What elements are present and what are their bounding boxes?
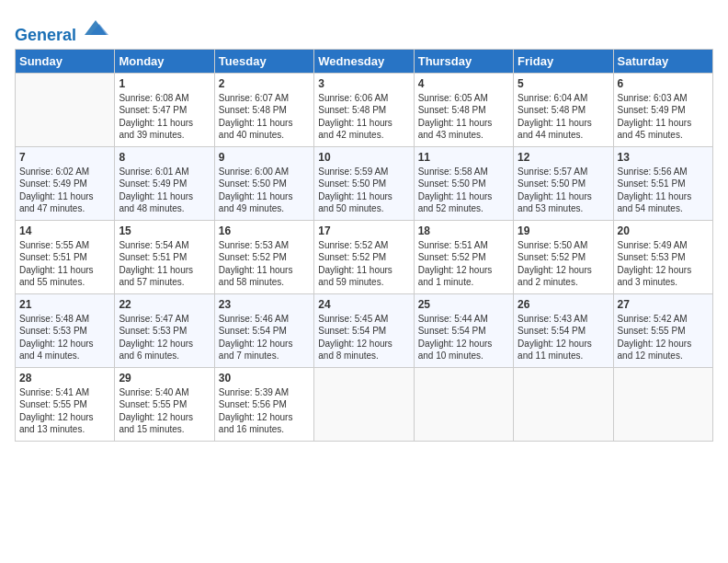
day-number: 7 xyxy=(19,151,110,164)
day-info: Sunrise: 5:41 AM Sunset: 5:55 PM Dayligh… xyxy=(19,386,110,436)
day-number: 29 xyxy=(119,372,210,385)
day-cell: 1Sunrise: 6:08 AM Sunset: 5:47 PM Daylig… xyxy=(115,73,214,146)
day-cell: 14Sunrise: 5:55 AM Sunset: 5:51 PM Dayli… xyxy=(16,220,115,293)
day-number: 12 xyxy=(518,151,609,164)
day-number: 28 xyxy=(19,372,110,385)
day-cell: 7Sunrise: 6:02 AM Sunset: 5:49 PM Daylig… xyxy=(16,146,115,220)
day-cell xyxy=(613,367,712,441)
page-header: General xyxy=(15,15,713,45)
day-cell: 28Sunrise: 5:41 AM Sunset: 5:55 PM Dayli… xyxy=(16,367,115,441)
day-info: Sunrise: 6:00 AM Sunset: 5:50 PM Dayligh… xyxy=(219,166,310,215)
day-number: 9 xyxy=(219,151,310,164)
day-number: 6 xyxy=(618,77,709,90)
day-number: 24 xyxy=(318,298,409,311)
day-cell: 4Sunrise: 6:05 AM Sunset: 5:48 PM Daylig… xyxy=(414,73,513,146)
day-info: Sunrise: 6:07 AM Sunset: 5:48 PM Dayligh… xyxy=(219,92,310,142)
day-number: 18 xyxy=(418,224,509,237)
day-cell: 2Sunrise: 6:07 AM Sunset: 5:48 PM Daylig… xyxy=(214,73,313,146)
day-number: 4 xyxy=(418,77,509,90)
day-info: Sunrise: 6:08 AM Sunset: 5:47 PM Dayligh… xyxy=(119,92,210,142)
day-info: Sunrise: 6:02 AM Sunset: 5:49 PM Dayligh… xyxy=(19,166,110,215)
day-cell: 12Sunrise: 5:57 AM Sunset: 5:50 PM Dayli… xyxy=(514,146,613,220)
day-info: Sunrise: 5:55 AM Sunset: 5:51 PM Dayligh… xyxy=(19,239,110,289)
day-number: 23 xyxy=(219,298,310,311)
logo-general: General xyxy=(15,26,76,44)
week-row-1: 1Sunrise: 6:08 AM Sunset: 5:47 PM Daylig… xyxy=(16,73,713,146)
day-number: 1 xyxy=(119,77,210,90)
day-info: Sunrise: 6:01 AM Sunset: 5:49 PM Dayligh… xyxy=(119,166,210,215)
day-number: 15 xyxy=(119,224,210,237)
day-info: Sunrise: 5:47 AM Sunset: 5:53 PM Dayligh… xyxy=(119,313,210,362)
col-header-saturday: Saturday xyxy=(613,49,712,73)
day-number: 27 xyxy=(618,298,709,311)
day-number: 19 xyxy=(518,224,609,237)
day-number: 11 xyxy=(418,151,509,164)
col-header-sunday: Sunday xyxy=(16,49,115,73)
day-number: 8 xyxy=(119,151,210,164)
week-row-4: 21Sunrise: 5:48 AM Sunset: 5:53 PM Dayli… xyxy=(16,293,713,367)
day-number: 22 xyxy=(119,298,210,311)
day-cell: 16Sunrise: 5:53 AM Sunset: 5:52 PM Dayli… xyxy=(214,220,313,293)
day-number: 25 xyxy=(418,298,509,311)
day-info: Sunrise: 5:58 AM Sunset: 5:50 PM Dayligh… xyxy=(418,166,509,215)
day-number: 17 xyxy=(318,224,409,237)
day-info: Sunrise: 5:52 AM Sunset: 5:52 PM Dayligh… xyxy=(318,239,409,289)
day-cell: 24Sunrise: 5:45 AM Sunset: 5:54 PM Dayli… xyxy=(314,293,414,367)
day-cell: 13Sunrise: 5:56 AM Sunset: 5:51 PM Dayli… xyxy=(613,146,712,220)
logo: General xyxy=(15,15,108,45)
day-cell: 8Sunrise: 6:01 AM Sunset: 5:49 PM Daylig… xyxy=(115,146,214,220)
day-info: Sunrise: 5:44 AM Sunset: 5:54 PM Dayligh… xyxy=(418,313,509,362)
day-number: 26 xyxy=(518,298,609,311)
day-info: Sunrise: 5:57 AM Sunset: 5:50 PM Dayligh… xyxy=(518,166,609,215)
week-row-3: 14Sunrise: 5:55 AM Sunset: 5:51 PM Dayli… xyxy=(16,220,713,293)
day-cell: 23Sunrise: 5:46 AM Sunset: 5:54 PM Dayli… xyxy=(214,293,313,367)
day-cell: 11Sunrise: 5:58 AM Sunset: 5:50 PM Dayli… xyxy=(414,146,513,220)
day-number: 5 xyxy=(518,77,609,90)
day-number: 14 xyxy=(19,224,110,237)
logo-icon xyxy=(83,15,108,40)
col-header-thursday: Thursday xyxy=(414,49,513,73)
day-cell: 22Sunrise: 5:47 AM Sunset: 5:53 PM Dayli… xyxy=(115,293,214,367)
day-number: 30 xyxy=(219,372,310,385)
day-info: Sunrise: 5:45 AM Sunset: 5:54 PM Dayligh… xyxy=(318,313,409,362)
day-info: Sunrise: 5:56 AM Sunset: 5:51 PM Dayligh… xyxy=(618,166,709,215)
day-cell xyxy=(414,367,513,441)
day-cell: 19Sunrise: 5:50 AM Sunset: 5:52 PM Dayli… xyxy=(514,220,613,293)
day-cell: 25Sunrise: 5:44 AM Sunset: 5:54 PM Dayli… xyxy=(414,293,513,367)
day-info: Sunrise: 5:43 AM Sunset: 5:54 PM Dayligh… xyxy=(518,313,609,362)
day-cell: 17Sunrise: 5:52 AM Sunset: 5:52 PM Dayli… xyxy=(314,220,414,293)
day-cell: 9Sunrise: 6:00 AM Sunset: 5:50 PM Daylig… xyxy=(214,146,313,220)
day-number: 2 xyxy=(219,77,310,90)
day-number: 21 xyxy=(19,298,110,311)
day-cell: 3Sunrise: 6:06 AM Sunset: 5:48 PM Daylig… xyxy=(314,73,414,146)
day-info: Sunrise: 5:51 AM Sunset: 5:52 PM Dayligh… xyxy=(418,239,509,289)
day-cell: 15Sunrise: 5:54 AM Sunset: 5:51 PM Dayli… xyxy=(115,220,214,293)
day-info: Sunrise: 5:39 AM Sunset: 5:56 PM Dayligh… xyxy=(219,386,310,436)
day-info: Sunrise: 6:06 AM Sunset: 5:48 PM Dayligh… xyxy=(318,92,409,142)
day-info: Sunrise: 5:48 AM Sunset: 5:53 PM Dayligh… xyxy=(19,313,110,362)
day-info: Sunrise: 6:04 AM Sunset: 5:48 PM Dayligh… xyxy=(518,92,609,142)
day-cell: 18Sunrise: 5:51 AM Sunset: 5:52 PM Dayli… xyxy=(414,220,513,293)
day-info: Sunrise: 6:03 AM Sunset: 5:49 PM Dayligh… xyxy=(618,92,709,142)
day-cell: 20Sunrise: 5:49 AM Sunset: 5:53 PM Dayli… xyxy=(613,220,712,293)
day-info: Sunrise: 5:50 AM Sunset: 5:52 PM Dayligh… xyxy=(518,239,609,289)
day-info: Sunrise: 6:05 AM Sunset: 5:48 PM Dayligh… xyxy=(418,92,509,142)
day-cell: 26Sunrise: 5:43 AM Sunset: 5:54 PM Dayli… xyxy=(514,293,613,367)
day-cell xyxy=(16,73,115,146)
day-cell xyxy=(514,367,613,441)
col-header-monday: Monday xyxy=(115,49,214,73)
week-row-5: 28Sunrise: 5:41 AM Sunset: 5:55 PM Dayli… xyxy=(16,367,713,441)
day-info: Sunrise: 5:42 AM Sunset: 5:55 PM Dayligh… xyxy=(618,313,709,362)
day-number: 16 xyxy=(219,224,310,237)
calendar-table: SundayMondayTuesdayWednesdayThursdayFrid… xyxy=(15,49,713,442)
day-number: 13 xyxy=(618,151,709,164)
day-number: 10 xyxy=(318,151,409,164)
day-cell: 27Sunrise: 5:42 AM Sunset: 5:55 PM Dayli… xyxy=(613,293,712,367)
day-cell: 21Sunrise: 5:48 AM Sunset: 5:53 PM Dayli… xyxy=(16,293,115,367)
week-row-2: 7Sunrise: 6:02 AM Sunset: 5:49 PM Daylig… xyxy=(16,146,713,220)
day-cell xyxy=(314,367,414,441)
calendar-header-row: SundayMondayTuesdayWednesdayThursdayFrid… xyxy=(16,49,713,73)
day-info: Sunrise: 5:46 AM Sunset: 5:54 PM Dayligh… xyxy=(219,313,310,362)
day-number: 20 xyxy=(618,224,709,237)
col-header-wednesday: Wednesday xyxy=(314,49,414,73)
